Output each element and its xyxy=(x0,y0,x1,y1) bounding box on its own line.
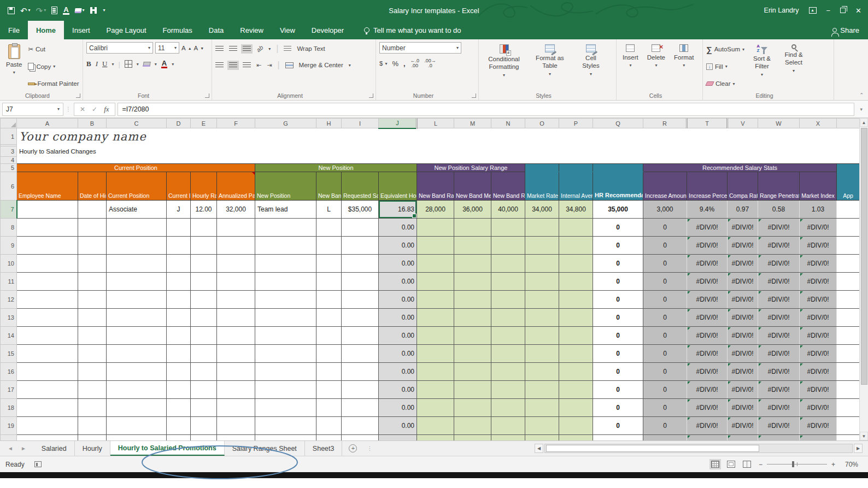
scroll-down-icon[interactable]: ▼ xyxy=(860,432,868,440)
column-header-A[interactable]: A xyxy=(17,119,78,128)
cell-V7[interactable]: 0.97 xyxy=(728,201,758,219)
cell-M19[interactable] xyxy=(454,417,491,435)
cell-T14[interactable]: #DIV/0! xyxy=(687,327,728,345)
orientation-button[interactable]: ab xyxy=(255,44,265,53)
horizontal-scrollbar[interactable]: ◀ ▶ xyxy=(535,443,863,454)
cell-O11[interactable] xyxy=(525,273,559,291)
cell-V9[interactable]: #DIV/0! xyxy=(728,237,758,255)
cell-L7[interactable]: 28,000 xyxy=(417,201,454,219)
cell-B15[interactable] xyxy=(78,345,107,363)
cell-P14[interactable] xyxy=(559,327,593,345)
cell-A14[interactable] xyxy=(17,327,78,345)
cell-R19[interactable]: 0 xyxy=(643,417,687,435)
cell-J19[interactable]: 0.00 xyxy=(379,417,417,435)
band-header-0[interactable]: Current Position xyxy=(17,164,255,172)
cell-T12[interactable]: #DIV/0! xyxy=(687,291,728,309)
cell-B11[interactable] xyxy=(78,273,107,291)
cell-end8[interactable] xyxy=(837,219,860,237)
cell-I13[interactable] xyxy=(342,309,379,327)
cell-M8[interactable] xyxy=(454,219,491,237)
cell-D14[interactable] xyxy=(167,327,191,345)
cell-T11[interactable]: #DIV/0! xyxy=(687,273,728,291)
cell-T18[interactable]: #DIV/0! xyxy=(687,399,728,417)
tab-view[interactable]: View xyxy=(272,21,303,39)
cell-F18[interactable] xyxy=(217,399,255,417)
delete-cells-button[interactable]: Delete▾ xyxy=(644,42,668,91)
cell-L20[interactable] xyxy=(417,435,454,441)
cell-X20[interactable]: #DIV/0! xyxy=(800,435,837,441)
cell-F20[interactable] xyxy=(217,435,255,441)
cell-J8[interactable]: 0.00 xyxy=(379,219,417,237)
cell-G9[interactable] xyxy=(255,237,316,255)
cell-A9[interactable] xyxy=(17,237,78,255)
normal-view-icon[interactable] xyxy=(711,461,719,468)
cell-G15[interactable] xyxy=(255,345,316,363)
cell-O9[interactable] xyxy=(525,237,559,255)
format-cells-button[interactable]: Format▾ xyxy=(671,42,696,91)
cell-R16[interactable]: 0 xyxy=(643,363,687,381)
cell-I12[interactable] xyxy=(342,291,379,309)
cell-W11[interactable]: #DIV/0! xyxy=(758,273,800,291)
cell-V12[interactable]: #DIV/0! xyxy=(728,291,758,309)
header-cell-14[interactable]: Internal Average xyxy=(559,172,593,201)
cell-X17[interactable]: #DIV/0! xyxy=(800,381,837,399)
select-all-button[interactable] xyxy=(1,119,17,128)
align-bottom-button[interactable] xyxy=(243,46,251,52)
zoom-slider[interactable] xyxy=(767,464,827,465)
cell-V16[interactable]: #DIV/0! xyxy=(728,363,758,381)
close-icon[interactable]: ✕ xyxy=(855,7,861,14)
cell-J15[interactable]: 0.00 xyxy=(379,345,417,363)
cell-E14[interactable] xyxy=(191,327,217,345)
cell-E16[interactable] xyxy=(191,363,217,381)
cell-H13[interactable] xyxy=(316,309,342,327)
fill-button[interactable]: ↓Fill▾ xyxy=(706,61,744,73)
tab-data[interactable]: Data xyxy=(201,21,232,39)
cell-V8[interactable]: #DIV/0! xyxy=(728,219,758,237)
cell-V15[interactable]: #DIV/0! xyxy=(728,345,758,363)
cell-Q11[interactable]: 0 xyxy=(593,273,643,291)
cell-D11[interactable] xyxy=(167,273,191,291)
cell-W7[interactable]: 0.58 xyxy=(758,201,800,219)
cell-O12[interactable] xyxy=(525,291,559,309)
cell-W10[interactable]: #DIV/0! xyxy=(758,255,800,273)
cell-A8[interactable] xyxy=(17,219,78,237)
row-header-13[interactable]: 13 xyxy=(1,309,17,327)
cell-Q9[interactable]: 0 xyxy=(593,237,643,255)
cell-B8[interactable] xyxy=(78,219,107,237)
column-header-F[interactable]: F xyxy=(217,119,255,128)
cell-D9[interactable] xyxy=(167,237,191,255)
cell-H18[interactable] xyxy=(316,399,342,417)
header-cell-9[interactable]: Equivalent Hourly Rate xyxy=(379,172,417,201)
cell-F11[interactable] xyxy=(217,273,255,291)
fill-color-button[interactable] xyxy=(143,62,151,67)
cell-J18[interactable]: 0.00 xyxy=(379,399,417,417)
cell-L12[interactable] xyxy=(417,291,454,309)
vertical-scrollbar[interactable]: ▲ ▼ xyxy=(859,118,868,440)
tab-home[interactable]: Home xyxy=(28,21,64,39)
cell-G14[interactable] xyxy=(255,327,316,345)
autosum-button[interactable]: ∑AutoSum▾ xyxy=(706,43,744,55)
zoom-in-icon[interactable]: + xyxy=(831,461,835,468)
cell-J20[interactable]: 0.00 xyxy=(379,435,417,441)
cell-J13[interactable]: 0.00 xyxy=(379,309,417,327)
cell-L19[interactable] xyxy=(417,417,454,435)
sheet-tab-hourly-to-salaried-promotions[interactable]: Hourly to Salaried Promotions xyxy=(110,441,225,456)
tab-file[interactable]: File xyxy=(0,21,28,39)
cell-O7[interactable]: 34,000 xyxy=(525,201,559,219)
cell-G7[interactable]: Team lead xyxy=(255,201,316,219)
cell-B18[interactable] xyxy=(78,399,107,417)
cell-P20[interactable] xyxy=(559,435,593,441)
column-header-X[interactable]: X xyxy=(800,119,837,128)
insert-cells-button[interactable]: Insert▾ xyxy=(620,42,641,91)
cell-H20[interactable] xyxy=(316,435,342,441)
column-header-G[interactable]: G xyxy=(255,119,316,128)
cell-E9[interactable] xyxy=(191,237,217,255)
cell-P15[interactable] xyxy=(559,345,593,363)
new-sheet-button[interactable]: + xyxy=(342,441,363,456)
cell-A7[interactable] xyxy=(17,201,78,219)
cell-I9[interactable] xyxy=(342,237,379,255)
cell-C14[interactable] xyxy=(107,327,167,345)
cell-O16[interactable] xyxy=(525,363,559,381)
cell-V17[interactable]: #DIV/0! xyxy=(728,381,758,399)
header-cell-1[interactable]: Date of Hire xyxy=(78,172,107,201)
